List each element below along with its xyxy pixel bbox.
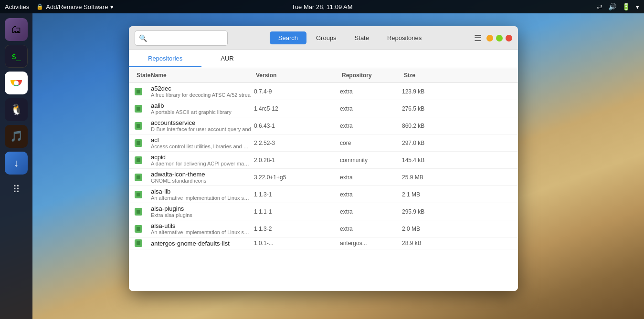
- pkg-name-col: antergos-gnome-defaults-list: [149, 240, 254, 247]
- pkg-size: 28.9 kB: [402, 240, 459, 247]
- pkg-name-col: aalib A portable ASCII art graphic libra…: [149, 102, 254, 115]
- pkg-desc: Extra alsa plugins: [151, 212, 251, 218]
- desktop: Activities 🔒 Add/Remove Software ▾ Tue M…: [0, 0, 644, 319]
- pkg-name-col: acl Access control list utilities, libra…: [149, 136, 254, 149]
- close-button[interactable]: [506, 35, 512, 41]
- app-dropdown-icon: ▾: [110, 3, 114, 10]
- tab-groups[interactable]: Groups: [307, 31, 345, 44]
- pkg-state-cell: [135, 225, 149, 233]
- sidebar-item-toot[interactable]: 🐧: [5, 98, 28, 121]
- sidebar-item-files[interactable]: 🗂: [5, 18, 28, 41]
- search-icon: 🔍: [139, 34, 147, 42]
- pkg-name: adwaita-icon-theme: [151, 171, 254, 178]
- table-row[interactable]: acpid A daemon for delivering ACPI power…: [129, 152, 518, 169]
- pkg-size: 297.0 kB: [402, 140, 459, 146]
- pkg-installed-icon: [135, 225, 142, 233]
- pkg-repo: extra: [340, 88, 402, 95]
- search-input[interactable]: [149, 34, 223, 41]
- tab-search[interactable]: Search: [270, 31, 306, 44]
- pkg-name: alsa-lib: [151, 188, 254, 195]
- chrome-icon: [10, 76, 23, 90]
- sidebar-item-downloader[interactable]: ↓: [5, 152, 28, 175]
- package-list: State Name Version Repository Size a52de…: [129, 68, 518, 291]
- pkg-installed-icon: [135, 191, 142, 198]
- pkg-state-cell: [135, 239, 149, 247]
- minimize-button[interactable]: [486, 35, 493, 41]
- pkg-repo: antergos...: [340, 240, 402, 247]
- pkg-state-cell: [135, 208, 149, 216]
- header-repository: Repository: [340, 71, 402, 80]
- tab-state[interactable]: State: [346, 31, 378, 44]
- subtab-aur[interactable]: AUR: [201, 51, 253, 67]
- header-name: Name: [149, 71, 254, 80]
- pkg-state-cell: [135, 139, 149, 147]
- sidebar-item-terminal[interactable]: $_: [5, 45, 28, 68]
- maximize-button[interactable]: [496, 35, 503, 41]
- pkg-size: 860.2 kB: [402, 123, 459, 129]
- pkg-name: alsa-utils: [151, 222, 254, 229]
- table-row[interactable]: acl Access control list utilities, libra…: [129, 134, 518, 152]
- pkg-name: alsa-plugins: [151, 205, 254, 212]
- app-menu[interactable]: 🔒 Add/Remove Software ▾: [36, 3, 114, 10]
- table-row[interactable]: accountsservice D-Bus interface for user…: [129, 117, 518, 134]
- table-row[interactable]: alsa-lib An alternative implementation o…: [129, 186, 518, 203]
- apps-icon: ⠿: [12, 184, 20, 196]
- pkg-repo: extra: [340, 208, 402, 215]
- subtab-repositories[interactable]: Repositories: [129, 51, 201, 67]
- pkg-desc: D-Bus interface for user account query a…: [151, 126, 251, 132]
- system-dropdown-icon: ▾: [636, 3, 639, 10]
- pkg-name-col: acpid A daemon for delivering ACPI power…: [149, 154, 254, 166]
- main-window: 🔍 Search Groups State Repositories ☰ Rep…: [129, 26, 518, 291]
- pkg-desc: An alternative implementation of Linux s…: [151, 195, 251, 201]
- table-row[interactable]: alsa-utils An alternative implementation…: [129, 220, 518, 237]
- table-row[interactable]: a52dec A free library for decoding ATSC …: [129, 83, 518, 100]
- pkg-repo: extra: [340, 191, 402, 198]
- pkg-name-col: alsa-utils An alternative implementation…: [149, 222, 254, 235]
- pkg-size: 2.1 MB: [402, 191, 459, 198]
- pkg-name-col: alsa-lib An alternative implementation o…: [149, 188, 254, 201]
- tab-repositories[interactable]: Repositories: [379, 31, 430, 44]
- pkg-installed-icon: [135, 208, 142, 216]
- pkg-version: 0.6.43-1: [254, 123, 340, 129]
- window-controls: ☰: [472, 31, 512, 45]
- sidebar-item-apps[interactable]: ⠿: [5, 178, 28, 201]
- sidebar-item-music[interactable]: 🎵: [5, 125, 28, 148]
- pkg-desc: A free library for decoding ATSC A/52 st…: [151, 92, 251, 98]
- pkg-version: 0.7.4-9: [254, 88, 340, 95]
- pkg-repo: extra: [340, 226, 402, 232]
- svg-point-2: [14, 81, 19, 85]
- topbar: Activities 🔒 Add/Remove Software ▾ Tue M…: [0, 0, 644, 13]
- pkg-size: 123.9 kB: [402, 88, 459, 95]
- pkg-size: 145.4 kB: [402, 157, 459, 164]
- network-icon: ⇄: [597, 3, 602, 10]
- pkg-state-cell: [135, 191, 149, 198]
- pkg-desc: An alternative implementation of Linux s…: [151, 229, 251, 235]
- pkg-size: 2.0 MB: [402, 226, 459, 232]
- pkg-name: accountsservice: [151, 119, 254, 126]
- pkg-state-cell: [135, 88, 149, 95]
- header-state: State: [135, 71, 149, 80]
- pkg-repo: extra: [340, 123, 402, 129]
- table-row[interactable]: antergos-gnome-defaults-list 1.0.1-... a…: [129, 237, 518, 249]
- pkg-state-cell: [135, 105, 149, 113]
- datetime-label: Tue Mar 28, 11:09 AM: [291, 3, 352, 10]
- pkg-installed-icon: [135, 174, 142, 181]
- activities-button[interactable]: Activities: [5, 3, 29, 10]
- search-box[interactable]: 🔍: [135, 31, 228, 46]
- window-toolbar: 🔍 Search Groups State Repositories ☰: [129, 26, 518, 50]
- table-row[interactable]: adwaita-icon-theme GNOME standard icons …: [129, 169, 518, 186]
- pkg-repo: extra: [340, 174, 402, 181]
- menu-button[interactable]: ☰: [472, 31, 484, 45]
- pkg-repo: core: [340, 140, 402, 146]
- table-row[interactable]: aalib A portable ASCII art graphic libra…: [129, 100, 518, 117]
- pkg-version: 3.22.0+1+g5: [254, 174, 340, 181]
- pkg-name-col: accountsservice D-Bus interface for user…: [149, 119, 254, 132]
- pkg-desc: GNOME standard icons: [151, 178, 251, 184]
- pkg-repo: community: [340, 157, 402, 164]
- pkg-version: 1.1.3-2: [254, 226, 340, 232]
- pkg-name-col: a52dec A free library for decoding ATSC …: [149, 85, 254, 98]
- sidebar-item-chrome[interactable]: [5, 72, 28, 94]
- table-row[interactable]: alsa-plugins Extra alsa plugins 1.1.1-1 …: [129, 203, 518, 220]
- files-icon: 🗂: [11, 24, 21, 35]
- pkg-version: 1.1.3-1: [254, 191, 340, 198]
